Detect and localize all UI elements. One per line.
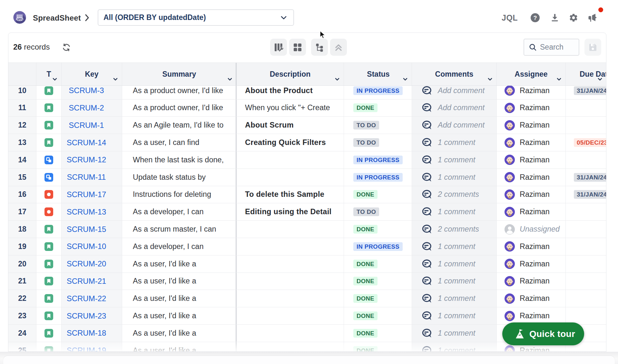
- svg-text:?: ?: [534, 15, 537, 21]
